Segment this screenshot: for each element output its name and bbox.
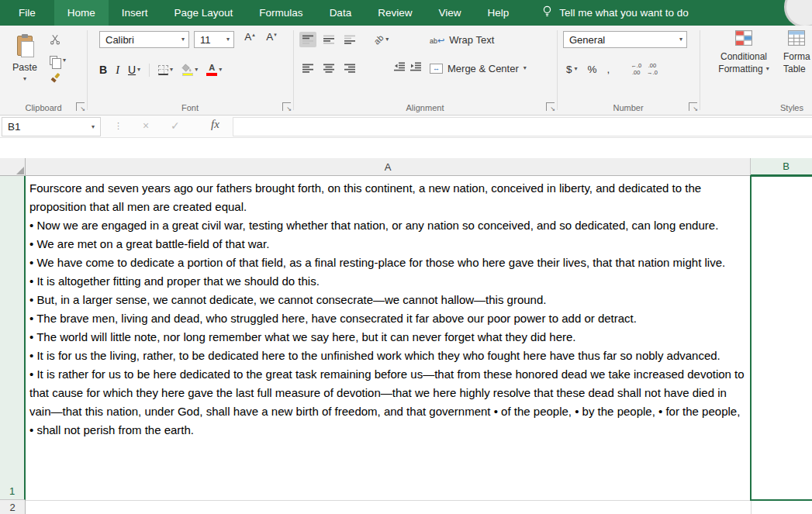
number-format-value: General	[569, 34, 605, 46]
font-dialog-launcher[interactable]: ↘	[282, 102, 291, 111]
tab-home[interactable]: Home	[54, 0, 109, 26]
font-name-value: Calibri	[105, 34, 134, 46]
return-arrow-icon: ↩	[437, 36, 444, 45]
confirm-entry-button[interactable]: ✓	[171, 119, 180, 132]
increase-decimal-icon-2: .00	[632, 69, 640, 76]
formula-bar-spacer	[0, 138, 812, 158]
caret-down-icon: ▾	[575, 66, 578, 72]
increase-indent-icon	[410, 62, 421, 71]
tab-insert[interactable]: Insert	[109, 0, 161, 26]
increase-font-size-button[interactable]: A▴	[240, 31, 259, 48]
align-left-button[interactable]	[299, 60, 316, 76]
decrease-decimal-icon: .00	[648, 62, 656, 69]
underline-label: U	[128, 64, 136, 76]
bottom-align-icon	[344, 35, 355, 44]
accounting-format-button[interactable]: $ ▾	[566, 64, 578, 75]
clipboard-group: Paste ▾ ▾ Clipboard	[0, 26, 87, 115]
borders-button[interactable]: ▾	[158, 65, 173, 75]
cancel-entry-button[interactable]: ×	[143, 119, 149, 132]
copy-icon	[50, 56, 57, 65]
row-header-2[interactable]: 2	[0, 500, 26, 514]
percent-style-button[interactable]: %	[588, 64, 597, 75]
format-painter-button[interactable]	[50, 73, 66, 86]
alignment-group-label: Alignment	[293, 103, 557, 112]
increase-indent-button[interactable]	[410, 60, 421, 74]
caret-down-icon: ▾	[766, 66, 769, 72]
formula-bar: B1 ▾ ⋮ × ✓ fx	[0, 116, 812, 138]
fill-color-button[interactable]: ▾	[181, 64, 198, 76]
caret-down-icon: ▾	[523, 65, 527, 71]
number-dialog-launcher[interactable]: ↘	[689, 102, 697, 111]
fill-color-icon	[181, 64, 193, 76]
caret-down-icon: ▾	[195, 67, 198, 73]
cut-button[interactable]	[50, 34, 66, 47]
tab-view[interactable]: View	[425, 0, 474, 26]
top-align-button[interactable]	[299, 32, 316, 47]
tab-help[interactable]: Help	[474, 0, 522, 26]
align-right-icon	[344, 64, 355, 73]
number-format-combobox[interactable]: General ▾	[563, 31, 687, 48]
tab-file[interactable]: File	[0, 0, 54, 26]
font-color-button[interactable]: A ▾	[206, 64, 222, 76]
decrease-indent-button[interactable]	[394, 60, 405, 74]
column-header-B[interactable]: B	[751, 158, 812, 176]
decrease-indent-icon	[394, 62, 405, 71]
insert-function-button[interactable]: fx	[211, 118, 219, 131]
middle-align-button[interactable]	[320, 32, 337, 47]
name-box[interactable]: B1 ▾	[2, 117, 101, 136]
letter-a: A	[244, 31, 251, 43]
align-right-button[interactable]	[341, 60, 358, 76]
font-name-combobox[interactable]: Calibri ▾	[99, 31, 189, 48]
caret-down-icon: ▾	[223, 36, 230, 43]
cell-text-line: • The world will little note, nor long r…	[29, 328, 749, 347]
align-center-button[interactable]	[320, 60, 337, 76]
italic-button[interactable]: I	[116, 64, 119, 77]
merge-arrows: ↔	[433, 64, 440, 72]
tab-data[interactable]: Data	[316, 0, 365, 26]
tab-page-layout[interactable]: Page Layout	[161, 0, 247, 26]
select-all-corner[interactable]	[0, 158, 26, 176]
bottom-align-button[interactable]	[341, 32, 358, 47]
caret-down-icon: ▾	[219, 67, 222, 73]
clipboard-group-label: Clipboard	[0, 103, 87, 112]
wrap-text-button[interactable]: ab↩ Wrap Text	[430, 30, 494, 49]
format-as-table-button[interactable]: Forma Table	[783, 30, 812, 75]
wrap-text-label: Wrap Text	[449, 34, 494, 46]
merge-and-center-button[interactable]: ↔ Merge & Center ▾	[430, 59, 527, 78]
increase-decimal-button[interactable]: ←.0 .00	[631, 62, 641, 77]
launcher-arrow-icon: ↘	[693, 106, 698, 112]
font-size-combobox[interactable]: 11 ▾	[194, 31, 234, 48]
decrease-decimal-icon-2: →.0	[647, 69, 658, 76]
column-header-A[interactable]: A	[26, 158, 751, 176]
formula-input[interactable]	[233, 117, 812, 136]
number-group: General ▾ $ ▾ % , ←.0 .00 .00 →.0	[557, 26, 700, 115]
decrease-decimal-button[interactable]: .00 →.0	[647, 62, 658, 77]
bold-button[interactable]: B	[99, 64, 107, 76]
decrease-font-size-button[interactable]: A▾	[262, 31, 281, 48]
conditional-formatting-button[interactable]: Conditional Formatting▾	[706, 30, 782, 75]
name-box-value: B1	[8, 121, 21, 133]
comma-style-button[interactable]: ,	[607, 64, 610, 75]
paste-button[interactable]: Paste ▾	[5, 30, 45, 100]
underline-button[interactable]: U ▾	[128, 64, 140, 76]
cell-A1[interactable]: Fourscore and seven years ago our father…	[26, 176, 751, 500]
excel-window: File Home Insert Page Layout Formulas Da…	[0, 0, 812, 514]
tell-me-box[interactable]: Tell me what you want to do	[542, 0, 689, 26]
selection-border-B1	[750, 175, 812, 501]
tab-formulas[interactable]: Formulas	[246, 0, 316, 26]
clipboard-dialog-launcher[interactable]: ↘	[76, 102, 85, 111]
account-avatar[interactable]	[784, 0, 812, 28]
increase-decimal-icon: ←.0	[631, 62, 641, 69]
orientation-icon: ab	[372, 33, 385, 46]
launcher-arrow-icon: ↘	[80, 106, 85, 112]
gridline-vertical	[751, 176, 752, 514]
orientation-button[interactable]: ab ▾	[374, 32, 389, 47]
font-group: Calibri ▾ 11 ▾ A▴ A▾ B I U ▾	[87, 26, 293, 115]
alignment-dialog-launcher[interactable]: ↘	[546, 102, 555, 111]
row-header-1[interactable]: 1	[0, 176, 26, 500]
conditional-formatting-label-1: Conditional	[720, 51, 767, 64]
tab-review[interactable]: Review	[365, 0, 425, 26]
copy-button[interactable]: ▾	[50, 53, 66, 67]
cell-text-line: • It is rather for us to be here dedicat…	[29, 365, 749, 421]
styles-group-label: Styles	[765, 103, 812, 112]
